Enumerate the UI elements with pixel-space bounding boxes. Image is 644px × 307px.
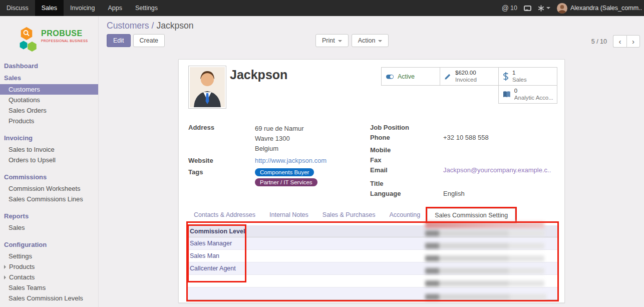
sidebar-section-sales[interactable]: Sales: [0, 72, 98, 84]
topbar-menus: Discuss Sales Invoicing Apps Settings: [0, 0, 164, 16]
sidebar-item-sales-to-invoice[interactable]: Sales to Invoice: [0, 144, 98, 155]
create-button[interactable]: Create: [133, 34, 165, 47]
topbar-menu-invoicing[interactable]: Invoicing: [64, 0, 101, 16]
sidebar-item-orders-to-upsell[interactable]: Orders to Upsell: [0, 155, 98, 165]
asterisk-icon: [538, 5, 544, 12]
form-buttons: Edit Create: [107, 34, 165, 47]
fax-label: Fax: [370, 156, 443, 164]
topbar-menu-apps[interactable]: Apps: [101, 0, 129, 16]
pager-count: 5 / 10: [591, 38, 607, 45]
sales-count: 1: [512, 70, 527, 77]
tab-sales-commission-setting[interactable]: Sales Commission Setting: [427, 208, 515, 222]
sidebar-section-dashboard[interactable]: Dashboard: [0, 60, 98, 72]
active-toggle-icon: [386, 73, 394, 81]
invoiced-stat-button[interactable]: $620.00Invoiced: [440, 67, 499, 86]
sidebar-item-sales-teams[interactable]: Sales Teams: [0, 282, 98, 293]
action-dropdown[interactable]: Action: [352, 34, 389, 47]
tab-accounting[interactable]: Accounting: [382, 208, 427, 221]
chevron-down-icon: [338, 40, 342, 44]
breadcrumb-customers-link[interactable]: Customers: [107, 21, 149, 31]
chevron-down-icon: [546, 7, 550, 11]
sidebar-item-products-config[interactable]: Products: [0, 261, 98, 272]
language-label: Language: [370, 190, 443, 198]
record-form-sheet: Jackpson Active $620.00Invoiced 1Sales 0…: [178, 59, 565, 303]
print-dropdown[interactable]: Print: [315, 34, 349, 47]
active-stat-label: Active: [398, 73, 415, 80]
stat-buttons: Active $620.00Invoiced 1Sales 0Analytic …: [379, 67, 557, 103]
mobile-label: Mobile: [370, 146, 443, 154]
table-row-callcenter-agent[interactable]: Callcenter Agent: [187, 262, 558, 275]
breadcrumb-current: Jackpson: [156, 21, 193, 31]
user-name: Alexandra (Sales_comm..: [570, 5, 642, 12]
sidebar-item-settings[interactable]: Settings: [0, 251, 98, 261]
sales-stat-button[interactable]: 1Sales: [498, 67, 557, 86]
email-link[interactable]: Jackpson@yourcompany.example.c..: [443, 166, 551, 174]
debug-menu[interactable]: [538, 5, 550, 12]
table-header-row: Commission Level: [187, 225, 558, 237]
tags-label: Tags: [188, 168, 255, 188]
commission-level-table: Commission Level Sales Manager Sales Man…: [187, 225, 558, 300]
mentions-counter[interactable]: @ 10: [502, 4, 517, 12]
invoiced-amount: $620.00: [455, 70, 477, 77]
topbar-menu-sales[interactable]: Sales: [35, 0, 64, 16]
sidebar-item-label: Customers: [9, 84, 40, 95]
logo-tagline: PROFESSIONAL BUSINESS: [41, 39, 88, 43]
sidebar-item-quotations[interactable]: Quotations: [0, 95, 98, 105]
sidebar-item-sales-commission-levels[interactable]: Sales Commission Levels: [0, 293, 98, 303]
pager-next-button[interactable]: ›: [626, 35, 640, 48]
job-position-value: [443, 124, 555, 132]
sidebar-section-invoicing[interactable]: Invoicing: [0, 132, 98, 144]
sales-label: Sales: [512, 77, 527, 84]
messages-icon[interactable]: [524, 6, 531, 11]
pager: 5 / 10 ‹ ›: [591, 35, 640, 48]
topbar-menu-settings[interactable]: Settings: [129, 0, 164, 16]
sidebar-item-sales-commissions-lines[interactable]: Sales Commissions Lines: [0, 194, 98, 204]
sidebar-item-products[interactable]: Products: [0, 116, 98, 126]
sidebar: PROBUSE PROFESSIONAL BUSINESS Dashboard …: [0, 16, 99, 307]
action-label: Action: [358, 37, 376, 44]
tag-components-buyer: Components Buyer: [255, 168, 314, 176]
app-logo[interactable]: PROBUSE PROFESSIONAL BUSINESS: [0, 16, 98, 58]
sidebar-item-sales-report[interactable]: Sales: [0, 222, 98, 233]
sidebar-item-commission-worksheets[interactable]: Commission Worksheets: [0, 183, 98, 194]
commission-level-cell: Sales Manager: [190, 240, 232, 247]
contact-photo[interactable]: [188, 66, 226, 109]
record-title: Jackpson: [230, 68, 287, 82]
analytic-stat-button[interactable]: 0Analytic Acco...: [498, 85, 557, 104]
notebook-tabs: Contacts & Addresses Internal Notes Sale…: [187, 208, 557, 222]
title-value: [443, 180, 555, 188]
table-row-sales-manager[interactable]: Sales Manager: [187, 237, 558, 250]
website-link[interactable]: http://www.jackpson.com: [255, 157, 327, 164]
user-avatar: [557, 3, 567, 14]
column-header-commission-level: Commission Level: [190, 228, 245, 235]
user-menu[interactable]: Alexandra (Sales_comm..: [557, 3, 642, 14]
right-field-column: Job Position Phone +32 10 588 558 Mobile…: [370, 124, 555, 200]
sidebar-item-label: Sales: [9, 222, 25, 233]
sidebar-item-label: Products: [9, 261, 35, 272]
main-area: Customers/Jackpson Edit Create Print Act…: [99, 16, 644, 307]
topbar-menu-discuss[interactable]: Discuss: [0, 0, 35, 16]
tab-contacts-addresses[interactable]: Contacts & Addresses: [187, 208, 262, 221]
tab-sales-purchases[interactable]: Sales & Purchases: [315, 208, 383, 221]
sidebar-item-customers[interactable]: Customers: [0, 84, 98, 95]
dollar-icon: [503, 72, 509, 81]
sidebar-section-configuration[interactable]: Configuration: [0, 239, 98, 251]
at-icon: @: [502, 4, 509, 12]
mention-count: 10: [510, 5, 517, 12]
sidebar-section-reports[interactable]: Reports: [0, 210, 98, 222]
edit-button[interactable]: Edit: [107, 34, 131, 47]
sidebar-section-commissions[interactable]: Commissions: [0, 171, 98, 183]
sidebar-item-label: Sales Commissions Lines: [9, 194, 83, 204]
table-row-sales-man[interactable]: Sales Man: [187, 250, 558, 262]
tab-internal-notes[interactable]: Internal Notes: [262, 208, 315, 221]
table-row-empty[interactable]: [187, 287, 558, 300]
sidebar-nav: Dashboard Sales Customers Quotations Sal…: [0, 60, 98, 303]
active-stat-button[interactable]: Active: [381, 67, 440, 86]
sidebar-item-sales-orders[interactable]: Sales Orders: [0, 105, 98, 116]
table-row-empty[interactable]: [187, 275, 558, 287]
mobile-value: [443, 146, 555, 154]
sidebar-item-contacts-config[interactable]: Contacts: [0, 272, 98, 282]
chevron-right-icon: [4, 265, 8, 269]
pager-previous-button[interactable]: ‹: [613, 35, 626, 48]
language-value: English: [443, 190, 555, 198]
